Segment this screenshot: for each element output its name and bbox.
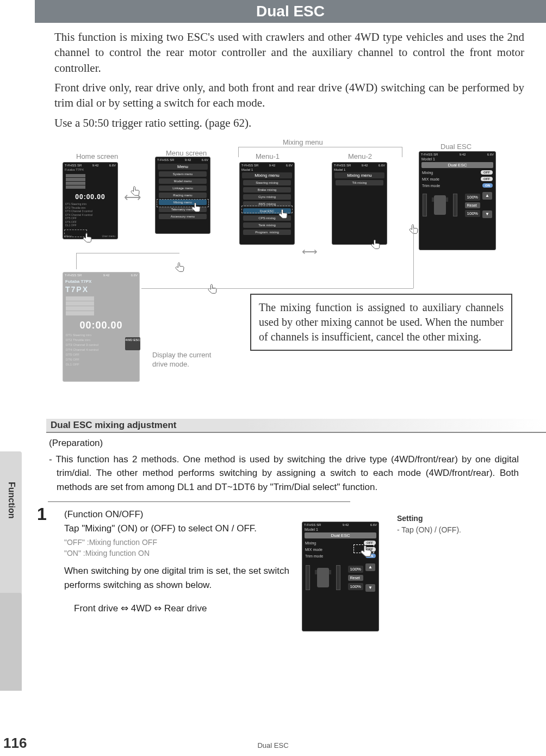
step-1: 1 (Function ON/OFF) Tap "Mixing" (ON) or… [0,502,546,616]
option-off: "OFF" :Mixing function OFF [64,537,309,548]
preparation-item: - This function has 2 methods. One metho… [49,453,519,494]
setting-sidebar: Setting - Tap (ON) / (OFF). [397,513,461,536]
side-tab-label: Function [7,482,16,519]
setting-title: Setting [397,514,423,523]
step-instruction: Tap "Mixing" (ON) or (OFF) to select ON … [64,522,309,536]
drive-cycle: Front drive ⇔ 4WD ⇔ Rear drive [64,602,309,616]
home-screen-result-thumb: T-FHSS SR9:426.6V Futaba T7PX T7PX 00:00… [63,272,140,382]
step-number: 1 [37,504,47,524]
4wd-esc-icon: 4WD ESC [125,337,140,350]
mixing-menu1-thumb: T-FHSS SR9:426.6V Model 1 Mixing menu St… [239,162,295,245]
label-menu-screen: Menu screen [166,149,207,157]
intro-text: This function is mixing two ESC's used w… [0,29,546,131]
step-title: (Function ON/OFF) [64,507,309,522]
home-timer: 00:00.00 [63,193,117,201]
tap-hand-icon [82,232,95,245]
intro-p3: Use a 50:50 trigger ratio setting. (page… [54,115,524,131]
section-header: Dual ESC mixing adjustment [46,419,546,433]
preparation-block: (Preparation) - This function has 2 meth… [0,433,546,494]
option-on: "ON" :Mixing function ON [64,548,309,559]
page-footer: Dual ESC [0,741,546,749]
label-dual-esc: Dual ESC [440,142,471,151]
label-drive-mode: Display the current drive mode. [152,351,223,369]
navigation-diagram: Home screen Menu screen Mixing menu Menu… [0,136,546,408]
swipe-arrow-icon: ⟷ [302,245,318,258]
home-screen-thumb: T-FHSS SR9:426.6V Futaba T7PX 00:00.00 D… [63,162,118,239]
tap-hand-icon [207,283,220,296]
setting-line: - Tap (ON) / (OFF). [397,525,461,534]
tap-hand-icon [174,261,187,274]
dual-esc-panel-thumb: T-FHSS SR9:426.6V Model 1 Dual ESC Mixin… [419,151,496,250]
label-home-screen: Home screen [76,152,118,160]
intro-p1: This function is mixing two ESC's used w… [54,29,524,76]
dual-esc-panel-inline: T-FHSS SR9:426.6V Model 1 Dual ESC Mixin… [302,522,379,631]
preparation-title: (Preparation) [49,436,519,450]
side-tab: Function [0,451,22,691]
intro-p2: Front drive only, rear drive only, and b… [54,80,524,111]
page-title: Dual ESC [35,0,546,23]
step-note: When switching by one digital trim is se… [64,564,309,592]
mixing-menu2-thumb: T-FHSS SR9:426.6V Model 1 Mixing menu Ti… [332,162,387,245]
tap-hand-icon [370,238,383,251]
tap-hand-icon [277,208,290,221]
tap-hand-icon [408,223,421,236]
tap-hand-icon [129,185,142,198]
notice-box: The mixing function is assigned to auxil… [250,294,512,351]
label-mixing-menu: Mixing menu [283,138,323,146]
menu-screen-thumb: T-FHSS SR9:426.6V Menu System menu Model… [155,157,210,234]
tap-hand-icon [190,201,203,214]
